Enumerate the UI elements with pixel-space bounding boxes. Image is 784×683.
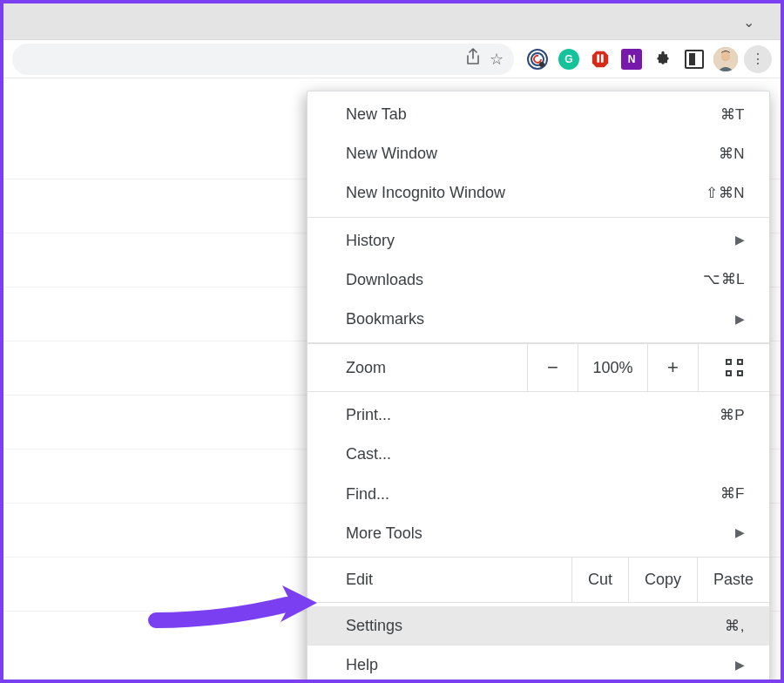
menu-item-new-incognito[interactable]: New Incognito Window ⇧⌘N [308,173,769,213]
menu-label: New Tab [346,104,407,125]
menu-item-settings[interactable]: Settings ⌘, [308,606,769,646]
submenu-arrow-icon: ▶ [735,311,745,328]
menu-label: New Window [346,143,437,165]
menu-shortcut: ⌘F [720,484,745,504]
menu-label: Bookmarks [346,308,424,330]
svg-rect-4 [601,54,604,62]
submenu-arrow-icon: ▶ [735,232,745,249]
zoom-label: Zoom [308,344,527,391]
share-icon[interactable] [465,48,481,70]
zoom-out-button[interactable]: − [527,344,578,391]
menu-label: Downloads [346,269,423,291]
chrome-menu: New Tab ⌘T New Window ⌘N New Incognito W… [307,91,770,683]
menu-label: Settings [346,615,402,637]
fullscreen-button[interactable] [698,344,769,391]
menu-label: History [346,230,395,252]
bookmark-star-icon[interactable]: ☆ [490,50,504,69]
paste-button[interactable]: Paste [697,558,769,602]
menu-label: More Tools [346,523,422,544]
zoom-percent: 100% [578,344,647,391]
menu-item-cast[interactable]: Cast... [308,435,769,474]
submenu-arrow-icon: ▶ [735,657,745,674]
omnibox[interactable]: ☆ [12,44,514,75]
menu-shortcut: ⇧⌘N [706,183,745,204]
extensions-puzzle-icon[interactable] [650,46,676,72]
menu-shortcut: ⌘N [719,144,745,165]
menu-label: Cast... [346,443,391,465]
tab-strip: ⌄ [3,3,781,40]
edit-label: Edit [308,558,571,602]
svg-point-1 [539,62,544,67]
menu-item-history[interactable]: History ▶ [308,221,769,260]
qi-extension-icon[interactable] [524,46,551,72]
chrome-menu-button[interactable]: ⋮ [744,45,772,73]
browser-toolbar: ☆ G N ⋮ [3,40,781,78]
menu-edit-row: Edit Cut Copy Paste [308,558,769,603]
svg-rect-3 [597,54,599,62]
svg-point-7 [721,51,730,60]
menu-item-new-tab[interactable]: New Tab ⌘T [308,95,769,134]
menu-item-bookmarks[interactable]: Bookmarks ▶ [308,300,769,339]
menu-item-downloads[interactable]: Downloads ⌥⌘L [308,260,769,300]
menu-item-more-tools[interactable]: More Tools ▶ [308,514,769,553]
menu-item-print[interactable]: Print... ⌘P [308,396,769,435]
grammarly-extension-icon[interactable]: G [556,46,582,72]
menu-shortcut: ⌘P [720,405,745,426]
menu-label: Help [346,654,378,676]
cut-button[interactable]: Cut [571,558,628,602]
zoom-in-button[interactable]: + [647,344,698,391]
profile-avatar[interactable] [713,46,739,72]
menu-shortcut: ⌘T [720,105,745,125]
submenu-arrow-icon: ▶ [735,524,745,542]
svg-marker-2 [592,51,608,66]
fullscreen-icon [726,359,743,376]
tabs-dropdown-icon[interactable]: ⌄ [743,14,754,30]
menu-label: Print... [346,404,391,426]
menu-item-help[interactable]: Help ▶ [308,646,769,683]
menu-zoom-row: Zoom − 100% + [308,343,769,392]
menu-item-find[interactable]: Find... ⌘F [308,475,769,514]
reader-mode-icon[interactable] [681,46,707,72]
menu-shortcut: ⌘, [725,616,745,637]
menu-label: New Incognito Window [346,182,505,204]
copy-button[interactable]: Copy [628,558,697,602]
menu-shortcut: ⌥⌘L [703,269,745,290]
menu-item-new-window[interactable]: New Window ⌘N [308,134,769,173]
onenote-extension-icon[interactable]: N [618,46,645,72]
menu-label: Find... [346,484,389,505]
adblock-extension-icon[interactable] [587,46,613,72]
